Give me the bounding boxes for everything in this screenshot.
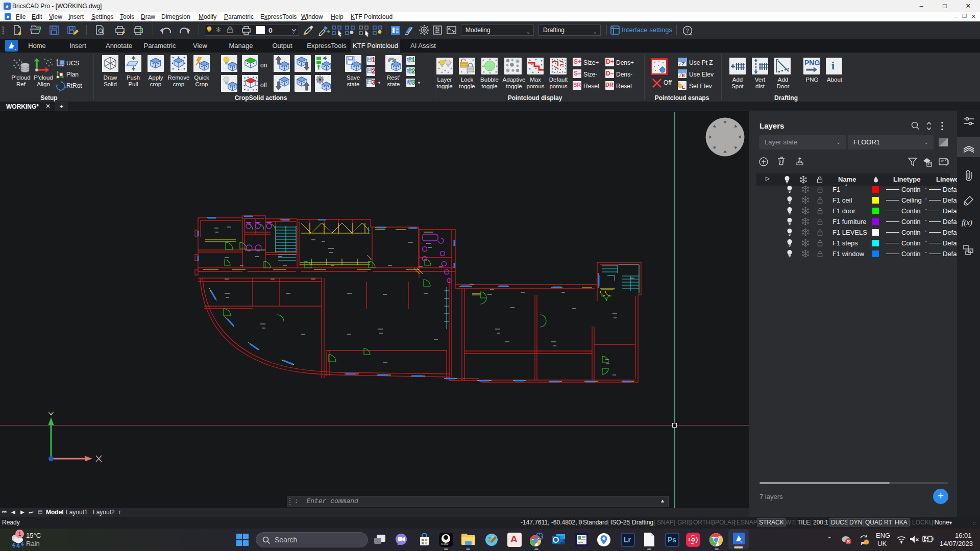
svg-text:PNG: PNG [804,59,820,67]
svg-text:E: E [682,85,685,90]
svg-text:0: 0 [268,27,272,34]
svg-text:Z: Z [682,61,685,66]
svg-text:E: E [682,73,685,78]
svg-text:?: ? [686,28,689,34]
